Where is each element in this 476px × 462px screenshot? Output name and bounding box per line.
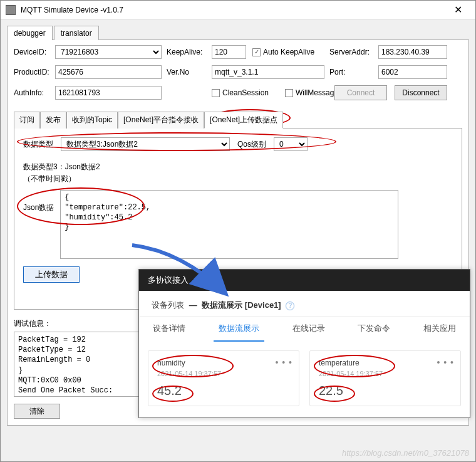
tab-publish[interactable]: 发布: [40, 112, 66, 129]
tab-onenet-upload[interactable]: [OneNet]上传数据点: [204, 112, 283, 129]
device-id-label: DeviceID:: [14, 48, 50, 56]
subtab-send-cmd[interactable]: 下发命令: [353, 317, 395, 342]
disconnect-button[interactable]: Disconnect: [395, 85, 447, 100]
upload-button[interactable]: 上传数据: [23, 266, 80, 283]
server-addr-input[interactable]: [378, 45, 447, 59]
tab-onenet-cmd[interactable]: [OneNet]平台指令接收: [118, 112, 204, 129]
subtab-datastream[interactable]: 数据流展示: [214, 317, 264, 342]
overlay-subtabs: 设备详情 数据流展示 在线记录 下发命令 相关应用: [139, 317, 470, 342]
device-id-input[interactable]: 719216803: [55, 45, 162, 59]
clean-session-checkbox[interactable]: CleanSession: [212, 88, 269, 97]
keepalive-label: KeepAlive:: [167, 48, 207, 56]
window-title: MQTT Simulate Device -v1.0.7: [21, 6, 445, 14]
server-addr-label: ServerAddr:: [329, 48, 373, 56]
authinfo-input[interactable]: [55, 86, 162, 100]
keepalive-input[interactable]: [212, 45, 246, 59]
connect-button[interactable]: Connect: [334, 85, 387, 100]
data-type-select[interactable]: 数据类型3:Json数据2: [61, 137, 230, 151]
verno-input[interactable]: [212, 65, 324, 79]
tab-debugger[interactable]: debugger: [7, 26, 53, 40]
auto-keepalive-checkbox[interactable]: ✓ Auto KeepAlive: [252, 48, 314, 56]
json-label: Json数据: [23, 190, 54, 213]
qos-select[interactable]: 0: [274, 137, 308, 151]
overlay-panel: 多协议接入 设备列表 — 数据流展示 [Device1] ? 设备详情 数据流展…: [138, 269, 470, 418]
subtab-online-record[interactable]: 在线记录: [287, 317, 330, 342]
json-textarea[interactable]: [60, 190, 398, 259]
data-type-label: 数据类型: [23, 139, 53, 150]
titlebar: MQTT Simulate Device -v1.0.7 ✕: [1, 1, 475, 19]
tab-subscribe[interactable]: 订阅: [14, 112, 40, 129]
subtab-device-detail[interactable]: 设备详情: [148, 317, 190, 342]
inner-tabs: 订阅 发布 收到的Topic [OneNet]平台指令接收 [OneNet]上传…: [14, 112, 462, 129]
verno-label: Ver.No: [167, 68, 207, 76]
more-icon[interactable]: • • •: [437, 357, 454, 367]
clear-button[interactable]: 清除: [14, 404, 60, 419]
more-icon[interactable]: • • •: [276, 357, 292, 367]
data-type-desc: 数据类型3：Json数据2 （不带时间戳）: [23, 161, 453, 185]
tab-received-topic[interactable]: 收到的Topic: [66, 112, 118, 129]
help-icon[interactable]: ?: [286, 302, 294, 310]
app-icon: [6, 5, 16, 15]
subtab-related-app[interactable]: 相关应用: [418, 317, 461, 342]
qos-label: Qos级别: [237, 139, 266, 150]
port-input[interactable]: [378, 65, 447, 79]
overlay-breadcrumb: 设备列表 — 数据流展示 [Device1] ?: [139, 291, 470, 317]
app-window: MQTT Simulate Device -v1.0.7 ✕ debugger …: [0, 0, 476, 462]
card-humidity[interactable]: • • • humidity 2021-05-14 19:37:57 45.2: [148, 350, 299, 406]
close-icon[interactable]: ✕: [445, 1, 470, 19]
outer-tabs: debugger translator: [7, 26, 469, 40]
product-id-input[interactable]: [55, 65, 162, 79]
overlay-top: 多协议接入: [139, 270, 470, 291]
watermark: https://blog.csdn.net/m0_37621078: [342, 448, 469, 458]
card-temperature[interactable]: • • • temperature 2021-05-14 19:37:57 22…: [309, 350, 461, 406]
product-id-label: ProductID:: [14, 68, 50, 76]
tab-translator[interactable]: translator: [54, 26, 99, 40]
port-label: Port:: [329, 68, 373, 76]
authinfo-label: AuthInfo:: [14, 88, 50, 97]
